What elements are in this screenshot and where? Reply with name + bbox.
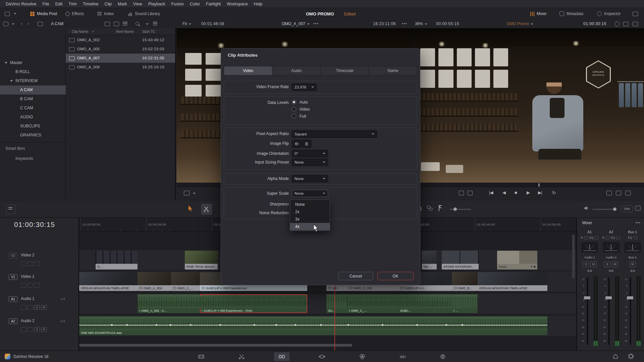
auto-select-icon[interactable]: [21, 305, 26, 310]
fader[interactable]: 10 5 0 5 10 15 20 30 40 50: [623, 276, 643, 347]
clip-row[interactable]: OMO_A_002 15:43:49:12: [66, 36, 175, 45]
menu-color[interactable]: Color: [187, 2, 203, 6]
image-orientation-dropdown[interactable]: 0°: [292, 150, 328, 157]
timeline-name-dropdown[interactable]: OMO Promo: [506, 21, 533, 26]
fx-label[interactable]: fx: [581, 236, 583, 239]
auto-select-icon[interactable]: [21, 327, 26, 332]
menu-playback[interactable]: Playback: [145, 2, 168, 6]
source-options-menu[interactable]: •••: [313, 21, 319, 26]
eq-graph-icon[interactable]: [595, 236, 598, 239]
timeline-clip[interactable]: STORE EXTERIOR...: [442, 251, 479, 269]
super-scale-option-4x[interactable]: 4x: [290, 223, 330, 230]
column-clip-name[interactable]: Clip Name: [72, 28, 88, 35]
column-start-tc[interactable]: Start TC: [142, 28, 155, 35]
super-scale-option-none[interactable]: None: [290, 201, 330, 208]
go-to-last-frame-button[interactable]: ▶|: [538, 190, 542, 195]
track-badge[interactable]: V1: [9, 274, 17, 280]
track-header-video2[interactable]: V2 Video 2: [0, 250, 78, 270]
sort-options-icon[interactable]: [153, 22, 157, 25]
expand-viewer-icon[interactable]: [633, 22, 638, 26]
menu-help[interactable]: Help: [251, 2, 266, 6]
import-media-icon[interactable]: [38, 22, 43, 26]
data-levels-full-radio[interactable]: [292, 114, 296, 118]
mark-out-icon[interactable]: [468, 191, 473, 195]
sidebar-item-master[interactable]: Master: [0, 58, 76, 67]
volume-automation-line[interactable]: [79, 325, 547, 325]
viewer-layout-icon[interactable]: [623, 22, 629, 26]
auto-select-icon[interactable]: [21, 261, 26, 266]
forward-button[interactable]: ›: [28, 21, 29, 26]
timeline-audio-clip[interactable]: ●OMO_C_...: [347, 294, 398, 313]
tab-video[interactable]: Video: [224, 66, 272, 75]
bin-view-toggle-icon[interactable]: [3, 22, 8, 26]
panel-toggle-button[interactable]: [5, 8, 16, 19]
track-header-audio1[interactable]: A1 Audio 1 1.0 S M: [0, 294, 78, 314]
auto-select-icon[interactable]: [21, 283, 26, 288]
pan-control[interactable]: [624, 242, 641, 253]
pan-control[interactable]: [581, 242, 598, 253]
selection-tool-icon[interactable]: [188, 205, 193, 212]
trim-edit-mode-icon[interactable]: [201, 204, 212, 215]
track-badge[interactable]: A1: [9, 296, 17, 302]
super-scale-option-3x[interactable]: 3x: [290, 216, 330, 223]
timeline-clip[interactable]: ORGAN MOUNTAIN TIMELAPSE: [478, 272, 547, 291]
lock-track-icon[interactable]: [28, 261, 33, 266]
timeline-viewer-image[interactable]: ORGAN MOUNTAIN: [411, 28, 644, 183]
timeline-view-options-icon[interactable]: [6, 204, 15, 214]
thumbnail-view-icon[interactable]: [114, 22, 119, 26]
play-reverse-button[interactable]: ◀: [502, 190, 505, 195]
tab-timecode[interactable]: Timecode: [321, 66, 369, 75]
clip-row[interactable]: OMO_A_005 15:52:23:03: [66, 45, 175, 54]
solo-track-button[interactable]: S: [34, 327, 40, 332]
automation-keyframe[interactable]: [347, 324, 349, 326]
chevron-down-icon[interactable]: [12, 23, 14, 25]
timeline-audio-clip[interactable]: SU...: [326, 294, 347, 313]
enable-track-icon[interactable]: [34, 261, 40, 266]
filmstrip-view-icon[interactable]: [105, 22, 110, 26]
fader-groove[interactable]: [608, 277, 610, 345]
viewer-playhead-tick[interactable]: [539, 183, 539, 187]
automation-keyframe[interactable]: [320, 324, 322, 326]
automation-keyframe[interactable]: [382, 324, 383, 326]
eq-graph-icon[interactable]: [616, 236, 620, 239]
timeline-clip[interactable]: NG ...: [422, 251, 437, 269]
menu-file[interactable]: File: [39, 2, 52, 6]
media-pool-button[interactable]: Media Pool: [30, 8, 57, 19]
volume-slider-knob[interactable]: [613, 207, 616, 211]
fx-label[interactable]: fx: [602, 236, 605, 239]
chevron-down-icon[interactable]: [146, 23, 149, 25]
menu-fusion[interactable]: Fusion: [168, 2, 187, 6]
fader[interactable]: 10 5 0 5 10 15 20 30 40 50: [601, 276, 621, 347]
timeline-clip[interactable]: ORGAN MOUNTAIN TIMELAPSE: [79, 272, 138, 291]
alpha-mode-dropdown[interactable]: None: [292, 175, 328, 182]
track-badge[interactable]: V2: [9, 253, 17, 258]
timeline-vertical-scrollbar[interactable]: [572, 235, 575, 278]
timeline-horizontal-scrollbar[interactable]: [79, 344, 352, 347]
list-view-icon[interactable]: [123, 22, 127, 25]
fx-slot-icon[interactable]: [584, 236, 588, 239]
page-edit-button[interactable]: [274, 352, 289, 361]
flip-vertical-button[interactable]: [302, 140, 311, 148]
menu-trim[interactable]: Trim: [65, 2, 80, 6]
match-frame-icon[interactable]: [606, 191, 612, 195]
solo-button[interactable]: S: [583, 261, 589, 267]
input-sizing-preset-dropdown[interactable]: None: [292, 159, 328, 166]
eq-label[interactable]: EQ: [611, 236, 615, 239]
solo-button[interactable]: S: [604, 261, 610, 267]
timeline-clip[interactable]: O...: [96, 251, 138, 269]
automation-keyframe[interactable]: [254, 324, 255, 326]
page-media-button[interactable]: [194, 352, 209, 361]
timeline-timecode[interactable]: 01:00:30:15: [14, 221, 55, 229]
fader-groove[interactable]: [629, 277, 632, 345]
channel-id[interactable]: A1: [580, 230, 600, 234]
panel-layout-icon[interactable]: [633, 12, 638, 16]
timeline-music-clip[interactable]: ONE MIN SOUNDTRACK.wav: [79, 316, 547, 335]
source-clip-dropdown[interactable]: OMO_A_007: [282, 21, 310, 26]
loop-button[interactable]: ↻: [552, 190, 556, 195]
timeline-clip[interactable]: OMO_B...: [452, 272, 478, 291]
timeline-clip[interactable]: PINE TRAIL WALKI...: [185, 251, 218, 269]
stop-button[interactable]: ■: [515, 190, 517, 195]
timeline-audio-clip[interactable]: ●...: [452, 294, 478, 313]
page-deliver-button[interactable]: [435, 352, 450, 361]
dim-button[interactable]: DIM: [621, 205, 633, 212]
